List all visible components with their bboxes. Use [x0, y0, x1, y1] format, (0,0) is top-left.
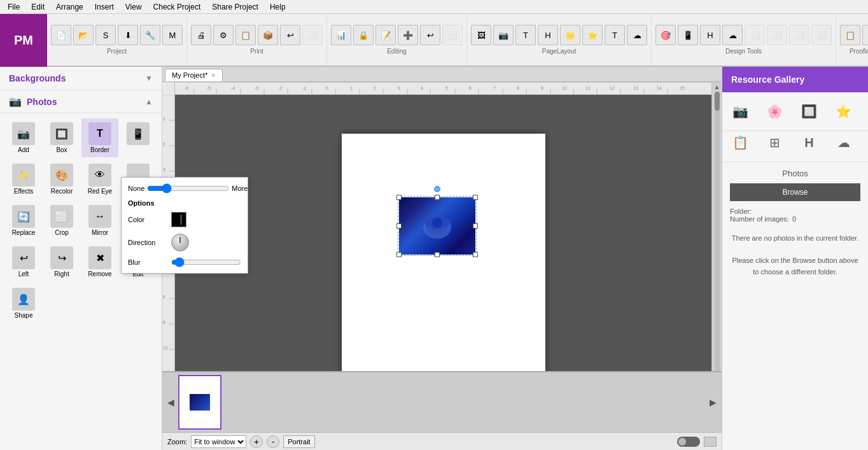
handle-br[interactable] — [473, 252, 478, 257]
none-label: None — [128, 185, 144, 192]
tb-design3-button[interactable]: H — [700, 25, 720, 45]
gallery-icon-grid[interactable]: ⊞ — [763, 131, 786, 154]
browse-button[interactable]: Browse — [730, 183, 860, 201]
color-picker[interactable] — [171, 212, 186, 227]
gallery-icon-cloud[interactable]: ☁ — [832, 131, 855, 154]
tb-edit6-button[interactable]: ⬜ — [442, 25, 463, 45]
menu-insert[interactable]: Insert — [90, 1, 119, 13]
page — [342, 134, 545, 401]
zoom-in-button[interactable]: + — [250, 435, 263, 448]
tb-print-button[interactable]: 🖨 — [191, 25, 211, 45]
thumb-scroll-right[interactable]: ▶ — [710, 397, 717, 407]
gallery-icon-camera[interactable]: 📷 — [729, 100, 752, 123]
tb-design6-button[interactable]: ⬜ — [767, 25, 787, 45]
handle-tr[interactable] — [473, 195, 478, 200]
tb-design4-button[interactable]: ☁ — [722, 25, 743, 45]
direction-knob[interactable] — [171, 234, 189, 251]
menu-arrange[interactable]: Arrange — [51, 1, 88, 13]
portrait-button[interactable]: Portrait — [283, 435, 314, 448]
tool-red-eye[interactable]: 👁 Red Eye — [81, 160, 118, 199]
tool-mirror[interactable]: ↔ Mirror — [81, 201, 118, 240]
tb-new-button[interactable]: 📄 — [51, 25, 71, 45]
tb-print3-button[interactable]: 📋 — [235, 25, 256, 45]
tb-page6-button[interactable]: ⭐ — [582, 25, 603, 45]
border-slider[interactable] — [147, 184, 229, 193]
svg-text:9: 9 — [541, 86, 543, 90]
tb-page2-button[interactable]: 📷 — [493, 25, 514, 45]
tb-settings-button[interactable]: 🔧 — [140, 25, 160, 45]
vscroll-up-button[interactable]: ▲ — [714, 83, 720, 90]
tb-page8-button[interactable]: ☁ — [627, 25, 647, 45]
photos-section-header[interactable]: 📷 Photos ▲ — [0, 90, 162, 113]
tool-right[interactable]: ↪ Right — [43, 243, 80, 281]
backgrounds-section-header[interactable]: Backgrounds ▼ — [0, 67, 162, 90]
tb-design1-button[interactable]: 🎯 — [655, 25, 676, 45]
tb-print6-button[interactable]: ⬜ — [302, 25, 323, 45]
menu-share-project[interactable]: Share Project — [207, 1, 263, 13]
menu-help[interactable]: Help — [265, 1, 291, 13]
view-toggle[interactable] — [677, 437, 700, 447]
tool-add[interactable]: 📷 Add — [5, 118, 42, 157]
tb-page7-button[interactable]: T — [605, 25, 625, 45]
tool-shape[interactable]: 👤 Shape — [5, 284, 42, 323]
tb-print2-button[interactable]: ⚙ — [213, 25, 234, 45]
menu-file[interactable]: File — [3, 1, 25, 13]
zoom-select[interactable]: Fit to window 25% 50% 75% 100% 150% 200% — [191, 435, 246, 448]
tb-edit1-button[interactable]: 📊 — [331, 25, 351, 45]
tb-undo-button[interactable]: ↩ — [280, 25, 300, 45]
tb-design8-button[interactable]: ⬜ — [811, 25, 832, 45]
tb-edit4-button[interactable]: ➕ — [398, 25, 418, 45]
app-logo: PM — [0, 14, 47, 67]
tb-edit3-button[interactable]: 📝 — [375, 25, 396, 45]
gallery-icon-h[interactable]: H — [798, 131, 821, 154]
tb-proof2-button[interactable]: H — [862, 25, 868, 45]
handle-mr[interactable] — [473, 223, 478, 229]
tool-border[interactable]: T Border — [81, 118, 118, 157]
tab-close-icon[interactable]: × — [211, 71, 215, 79]
gallery-icon-flower[interactable]: 🌸 — [763, 100, 786, 123]
rotate-handle[interactable] — [434, 186, 440, 192]
tb-page5-button[interactable]: 🌟 — [560, 25, 580, 45]
handle-tl[interactable] — [396, 195, 402, 200]
menu-check-project[interactable]: Check Project — [148, 1, 206, 13]
handle-ml[interactable] — [396, 223, 402, 229]
tool-effects[interactable]: ✨ Effects — [5, 160, 42, 199]
handle-tm[interactable] — [435, 195, 440, 200]
tb-page4-button[interactable]: H — [538, 25, 558, 45]
tb-edit2-button[interactable]: 🔒 — [353, 25, 374, 45]
tb-print4-button[interactable]: 📦 — [258, 25, 278, 45]
gallery-icon-frames[interactable]: 🔲 — [798, 100, 821, 123]
tool-add-label: Add — [18, 146, 29, 153]
thumb-page-1[interactable] — [178, 375, 221, 430]
tool-recolor[interactable]: 🎨 Recolor — [43, 160, 80, 199]
tool-4[interactable]: 📱 — [120, 118, 157, 157]
menu-view[interactable]: View — [120, 1, 147, 13]
canvas-tab[interactable]: My Project* × — [165, 69, 223, 81]
svg-text:2: 2 — [374, 86, 376, 90]
tb-design2-button[interactable]: 📱 — [678, 25, 698, 45]
gallery-icon-layout[interactable]: 📋 — [729, 131, 752, 154]
tb-open-button[interactable]: 📂 — [73, 25, 94, 45]
tb-page3-button[interactable]: T — [515, 25, 536, 45]
tool-crop[interactable]: ⬜ Crop — [43, 201, 80, 240]
tb-design5-button[interactable]: ⬜ — [745, 25, 765, 45]
handle-bm[interactable] — [435, 252, 440, 257]
menu-edit[interactable]: Edit — [26, 1, 50, 13]
tb-proof1-button[interactable]: 📋 — [840, 25, 860, 45]
gallery-icon-star[interactable]: ⭐ — [832, 100, 855, 123]
tool-replace[interactable]: 🔄 Replace — [5, 201, 42, 240]
tb-edit5-button[interactable]: ↩ — [420, 25, 440, 45]
photo-element[interactable] — [399, 197, 475, 255]
tool-box[interactable]: 🔲 Box — [43, 118, 80, 157]
tool-remove[interactable]: ✖ Remove — [81, 243, 118, 281]
tb-m-button[interactable]: M — [162, 25, 183, 45]
handle-bl[interactable] — [396, 252, 402, 257]
zoom-out-button[interactable]: - — [267, 435, 279, 448]
thumb-scroll-left[interactable]: ◀ — [167, 397, 174, 407]
tb-s-button[interactable]: S — [95, 25, 116, 45]
tb-design7-button[interactable]: ⬜ — [789, 25, 809, 45]
tool-left[interactable]: ↩ Left — [5, 243, 42, 281]
blur-slider[interactable] — [171, 258, 241, 267]
tb-download-button[interactable]: ⬇ — [118, 25, 138, 45]
tb-page1-button[interactable]: 🖼 — [471, 25, 491, 45]
